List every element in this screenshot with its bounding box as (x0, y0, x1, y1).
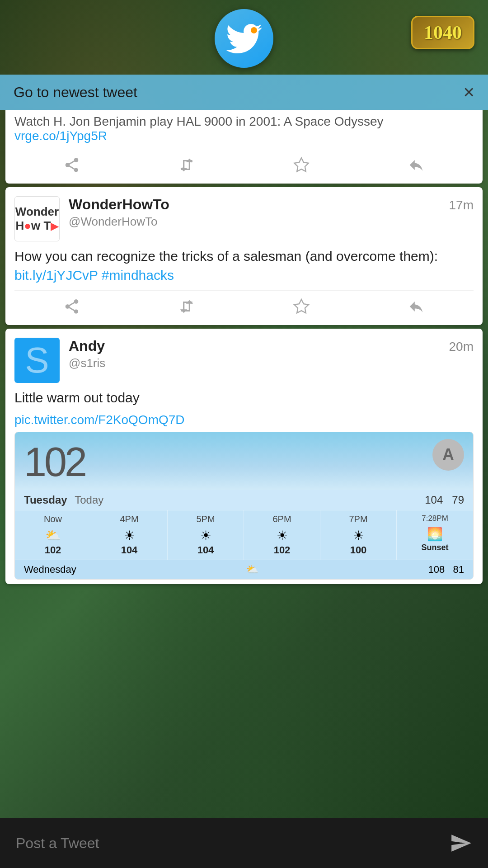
whw-retweet-button[interactable] (169, 294, 204, 319)
tweet-wonderhowto-header: Wonder H●w T▶ WonderHowTo 17m @WonderHow… (14, 196, 474, 241)
tweet-partial-link[interactable]: vrge.co/1jYpg5R (14, 129, 107, 143)
tweet-andy-link: pic.twitter.com/F2KoQOmQ7D (14, 413, 474, 427)
reply-button[interactable] (399, 153, 434, 177)
weather-hours: Now ⛅ 102 4PM ☀ 104 5PM ☀ 104 6PM ☀ (15, 510, 473, 560)
tweet-wonderhowto-card: Wonder H●w T▶ WonderHowTo 17m @WonderHow… (5, 187, 483, 325)
notification-banner: Go to newest tweet × (0, 75, 488, 110)
weather-hi-lo: 104 79 (425, 494, 464, 506)
bottom-bar (0, 818, 488, 868)
weather-hour-sunset: 7:28PM 🌅 Sunset (397, 510, 473, 560)
send-icon (450, 832, 472, 854)
tweet-whw-link[interactable]: bit.ly/1jYJCvP (14, 268, 98, 283)
avatar-wonderhowto[interactable]: Wonder H●w T▶ (14, 196, 60, 241)
weather-hour-4pm: 4PM ☀ 104 (91, 510, 168, 560)
tweet-wonderhowto-actions (14, 290, 474, 321)
star-icon (293, 156, 310, 174)
weather-hour-6pm: 6PM ☀ 102 (244, 510, 320, 560)
weather-day-row: Tuesday Today 104 79 (15, 490, 473, 510)
tweet-andy-time: 20m (449, 340, 474, 354)
weather-next-day-icon: ⛅ (246, 564, 258, 576)
weather-temp-big: 102 (24, 439, 85, 486)
whw-favorite-button[interactable] (284, 294, 319, 319)
tweet-partial-card: Watch H. Jon Benjamin play HAL 9000 in 2… (5, 110, 483, 184)
weather-preview: 102 A Tuesday Today 104 79 Now ⛅ 102 4PM (14, 432, 474, 580)
share-icon (63, 298, 80, 315)
share-button[interactable] (54, 153, 89, 177)
weather-next-day-temps: 108 81 (428, 564, 464, 576)
weather-next-day: Wednesday ⛅ 108 81 (15, 560, 473, 579)
whw-share-button[interactable] (54, 294, 89, 319)
tweet-andy-name: Andy (69, 338, 105, 354)
star-icon (293, 298, 310, 315)
reply-icon (408, 156, 425, 174)
weather-user-avatar: A (432, 439, 464, 471)
twitter-logo-area (0, 0, 488, 75)
weather-day: Tuesday (24, 494, 67, 506)
reply-icon (408, 298, 425, 315)
tweet-andy-header: S Andy 20m @s1ris (14, 338, 474, 383)
tweet-wonderhowto-text: How you can recognize the tricks of a sa… (14, 247, 474, 285)
tweet-andy-text: Little warm out today (14, 388, 474, 407)
twitter-bird-icon (226, 24, 262, 53)
retweet-icon (178, 298, 195, 315)
tweet-author-name: WonderHowTo (69, 196, 169, 213)
post-tweet-input[interactable] (9, 830, 443, 856)
weather-today: Today (75, 494, 103, 506)
notification-text: Go to newest tweet (14, 84, 137, 101)
avatar-andy-letter: S (25, 342, 49, 378)
whw-reply-button[interactable] (399, 294, 434, 319)
weather-hour-7pm: 7PM ☀ 100 (320, 510, 397, 560)
weather-top: 102 A (15, 432, 473, 490)
twitter-logo (215, 9, 273, 68)
tweet-andy-pic-link[interactable]: pic.twitter.com/F2KoQOmQ7D (14, 413, 185, 427)
send-tweet-button[interactable] (443, 825, 479, 861)
tweet-time: 17m (449, 198, 474, 212)
tweet-partial-text: Watch H. Jon Benjamin play HAL 9000 in 2… (14, 114, 474, 143)
retweet-button[interactable] (169, 153, 204, 177)
tweets-container: Watch H. Jon Benjamin play HAL 9000 in 2… (0, 110, 488, 584)
tweet-handle: @WonderHowTo (69, 215, 474, 229)
weather-hour-5pm: 5PM ☀ 104 (168, 510, 244, 560)
notification-close-button[interactable]: × (463, 83, 474, 102)
weather-hour-now: Now ⛅ 102 (15, 510, 91, 560)
tweet-andy-handle: @s1ris (69, 356, 474, 370)
tweet-wonderhowto-meta: WonderHowTo 17m @WonderHowTo (69, 196, 474, 232)
tweet-andy-card: S Andy 20m @s1ris Little warm out today … (5, 329, 483, 584)
tweet-whw-hashtag[interactable]: #mindhacks (102, 268, 174, 283)
favorite-button[interactable] (284, 153, 319, 177)
retweet-icon (178, 156, 195, 174)
avatar-andy[interactable]: S (14, 338, 60, 383)
weather-next-day-label: Wednesday (24, 564, 76, 576)
tweet-partial-actions (14, 149, 474, 179)
share-icon (63, 156, 80, 174)
tweet-andy-meta: Andy 20m @s1ris (69, 338, 474, 374)
svg-point-0 (251, 27, 257, 33)
